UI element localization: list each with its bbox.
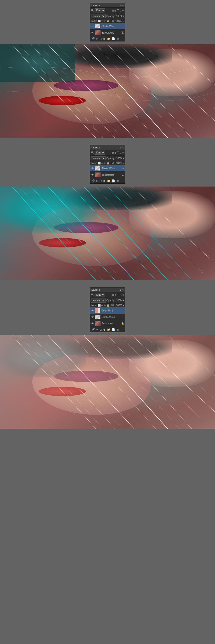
filter-pixel-icon[interactable]: ▦	[112, 9, 114, 12]
colorfill-color-side	[98, 308, 100, 313]
mask-icon-2[interactable]: ◻	[100, 179, 102, 182]
link-icon-2[interactable]: 🔗	[91, 179, 95, 182]
panel-collapse-1[interactable]: −	[120, 4, 121, 6]
filter-shape-icon-2[interactable]: ◻	[119, 151, 121, 154]
filter-shape-icon-3[interactable]: ◻	[119, 294, 121, 296]
group-icon-1[interactable]: 📁	[107, 37, 110, 40]
layer-plastic-wrap-2[interactable]: 👁 Plastic Wrap fx	[90, 165, 125, 172]
blend-select-2[interactable]: NormalMultiply	[91, 156, 106, 160]
blend-select-3[interactable]: NormalMultiply	[91, 298, 106, 302]
filter-pixel-icon-3[interactable]: ▦	[112, 294, 114, 296]
kind-select-1[interactable]: KindName	[95, 8, 105, 12]
eye-icon-bg-3[interactable]: 👁	[91, 322, 94, 325]
search-icon-2: 🔍	[91, 151, 94, 154]
thumb-bg-fill-2	[95, 173, 100, 177]
photo-3	[0, 335, 215, 429]
filter-adj-icon[interactable]: ◑	[114, 9, 117, 12]
new-layer-icon-1[interactable]: 📄	[112, 37, 115, 40]
layer-color-fill[interactable]: 👁 Color Fill 1	[90, 307, 125, 314]
opacity-value-3[interactable]: 100%	[116, 299, 122, 302]
blend-row-1: NormalMultiplyScreen Opacity: 100% ▾	[90, 14, 125, 19]
fill-value-2[interactable]: 100%	[115, 162, 122, 164]
panel-menu-2[interactable]: ≡	[122, 146, 124, 149]
delete-icon-3[interactable]: 🗑	[117, 328, 119, 331]
panel-menu-1[interactable]: ≡	[122, 4, 124, 6]
lock-t-icon-2[interactable]: ⬜	[98, 162, 101, 164]
eye-icon-bg-1[interactable]: 👁	[91, 31, 94, 34]
filter-smart-icon[interactable]: ◈	[122, 9, 124, 12]
lock-all-icon-3[interactable]: 🔒	[107, 304, 109, 307]
filter-smart-icon-2[interactable]: ◈	[122, 151, 124, 154]
panel-menu-3[interactable]: ≡	[122, 288, 124, 291]
layer-background-1[interactable]: 👁 Background 🔒	[90, 30, 125, 36]
image-section-2	[0, 186, 215, 280]
adj-icon-2[interactable]: ◑	[103, 179, 106, 182]
kind-select-3[interactable]: KindName	[95, 293, 105, 297]
filter-smart-icon-3[interactable]: ◈	[122, 294, 124, 296]
new-layer-icon-3[interactable]: 📄	[112, 328, 115, 331]
layers-list-2: 👁 Plastic Wrap fx 👁 Background 🔒	[90, 165, 125, 178]
filter-type-icon-3[interactable]: T	[117, 294, 119, 296]
delete-icon-2[interactable]: 🗑	[117, 180, 119, 182]
eye-icon-bg-2[interactable]: 👁	[91, 173, 94, 176]
layer-plastic-wrap-1[interactable]: 👁 Plastic Wrap	[90, 23, 125, 30]
eye-icon-plastic-1[interactable]: 👁	[91, 25, 94, 28]
panel-section-1: Layers − ≡ 🔍 KindName ▦ ◑ T ◻ ◈ NormalMu…	[0, 0, 215, 44]
eye-icon-colorfill[interactable]: 👁	[91, 309, 94, 312]
filter-adj-icon-2[interactable]: ◑	[114, 151, 117, 154]
layer-background-2[interactable]: 👁 Background 🔒	[90, 172, 125, 178]
new-layer-icon-2[interactable]: 📄	[112, 179, 115, 182]
lock-all-icon-2[interactable]: 🔒	[107, 162, 109, 164]
eye-icon-plastic-3[interactable]: 👁	[91, 316, 94, 318]
svg-line-25	[132, 186, 215, 263]
link-icon-1[interactable]: 🔗	[91, 37, 95, 40]
lock-edit-icon-2[interactable]: ✏	[101, 162, 103, 164]
fx-btn-2[interactable]: fx	[96, 180, 98, 182]
opacity-value-2[interactable]: 100%	[116, 157, 122, 160]
lock-transparent-icon[interactable]: ⬜	[98, 20, 101, 22]
layers-panel-1: Layers − ≡ 🔍 KindName ▦ ◑ T ◻ ◈ NormalMu…	[90, 3, 125, 42]
filter-shape-icon[interactable]: ◻	[119, 9, 121, 12]
svg-line-24	[120, 186, 203, 273]
mask-icon-3[interactable]: ◻	[100, 328, 102, 331]
fx-btn-3[interactable]: fx	[96, 328, 98, 331]
fill-value-3[interactable]: 100%	[115, 304, 122, 307]
lock-position-icon[interactable]: ✙	[104, 20, 106, 22]
layer-name-plastic-3: Plastic Wrap	[102, 316, 124, 318]
thumb-bg-fill-3	[95, 321, 100, 326]
lock-artboard-icon[interactable]: 🔒	[107, 20, 109, 22]
link-icon-3[interactable]: 🔗	[91, 328, 95, 331]
filter-type-icon-2[interactable]: T	[117, 151, 119, 154]
delete-icon-1[interactable]: 🗑	[117, 38, 119, 40]
layer-name-bg-2: Background	[102, 174, 120, 176]
adj-icon-1[interactable]: ◑	[103, 37, 106, 40]
lock-edit-icon-3[interactable]: ✏	[101, 304, 103, 307]
opacity-value-1[interactable]: 100%	[116, 15, 122, 18]
filter-adj-icon-3[interactable]: ◑	[114, 294, 117, 296]
blend-select-1[interactable]: NormalMultiplyScreen	[91, 14, 106, 18]
lock-move-icon-2[interactable]: ✙	[104, 162, 106, 164]
lock-t-icon-3[interactable]: ⬜	[98, 304, 101, 307]
lock-pixels-icon[interactable]: ✏	[101, 20, 103, 22]
mask-icon-1[interactable]: ◻	[100, 37, 102, 40]
panel-collapse-2[interactable]: −	[120, 147, 121, 148]
spacer-1	[0, 138, 215, 142]
group-icon-3[interactable]: 📁	[107, 328, 110, 331]
group-icon-2[interactable]: 📁	[107, 179, 110, 182]
opacity-label-3: Opacity:	[106, 299, 115, 302]
fx-btn-1[interactable]: fx	[96, 38, 98, 40]
panel-titlebar-1: Layers − ≡	[90, 3, 125, 8]
filter-type-icon[interactable]: T	[117, 9, 119, 12]
filter-icons-3: ▦ ◑ T ◻ ◈	[112, 294, 124, 296]
eye-icon-plastic-2[interactable]: 👁	[91, 167, 94, 170]
lock-move-icon-3[interactable]: ✙	[104, 304, 106, 307]
layer-background-3[interactable]: 👁 Background 🔒	[90, 320, 125, 327]
panel-collapse-3[interactable]: −	[120, 289, 121, 290]
photo-2	[0, 186, 215, 280]
layer-plastic-wrap-3[interactable]: 👁 Plastic Wrap	[90, 314, 125, 320]
fill-value-1[interactable]: 100%	[115, 20, 122, 22]
filter-pixel-icon-2[interactable]: ▦	[112, 151, 114, 154]
adj-icon-3[interactable]: ◑	[103, 328, 106, 331]
kind-select-2[interactable]: KindName	[95, 150, 105, 155]
lock-row-3: Lock: ⬜ ✏ ✙ 🔒 Fill: 100% ▾	[90, 304, 125, 307]
